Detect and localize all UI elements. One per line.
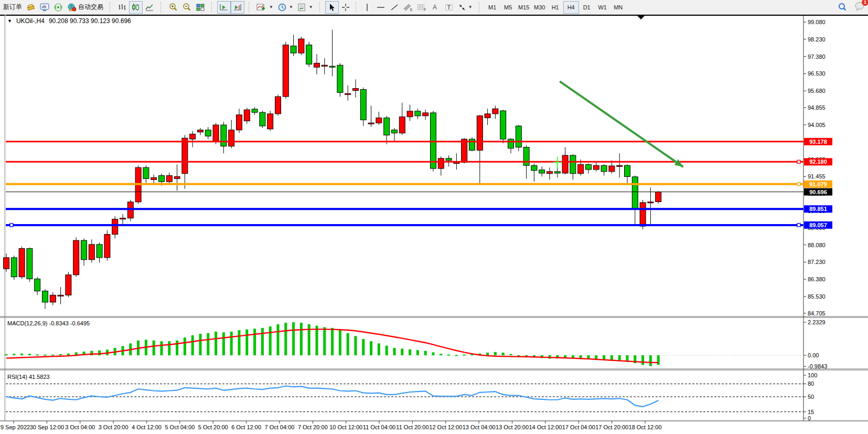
time-tick-label: 5 Oct 20:00 [198, 424, 228, 430]
candle [275, 94, 281, 116]
candle [267, 111, 273, 131]
timeframe-h4[interactable]: H4 [563, 1, 579, 14]
macd-histogram-bar [160, 341, 163, 355]
drawing-tools-group: E F A T ▼ [324, 0, 476, 15]
timeframe-m30[interactable]: M30 [532, 1, 548, 14]
price-tick-label: 94.855 [808, 104, 826, 111]
toolbar-separator [110, 2, 113, 13]
time-tick-label: 17 Oct 20:00 [595, 424, 628, 430]
candle [73, 237, 79, 277]
signals-icon[interactable] [51, 1, 65, 14]
scroll-group [216, 0, 245, 15]
terminal-icon[interactable] [38, 1, 51, 14]
candle [283, 42, 288, 99]
macd-histogram-bar [184, 337, 186, 355]
line-handle[interactable] [797, 160, 800, 163]
macd-histogram-bar [416, 350, 419, 355]
gold-ingot-icon[interactable] [24, 1, 38, 14]
svg-text:T: T [447, 4, 451, 10]
time-tick-label: 5 Oct 04:00 [165, 424, 195, 430]
macd-histogram-bar [98, 351, 101, 355]
price-tag-label: 89.851 [809, 206, 827, 212]
text-label-icon[interactable]: T [442, 1, 456, 14]
rsi-axis-label: 80 [808, 380, 814, 387]
time-tick-label: 29 Sep 2022 [0, 424, 30, 430]
macd-histogram-bar [424, 351, 427, 355]
candlestick-chart-icon[interactable] [129, 1, 143, 14]
timeframe-m5[interactable]: M5 [500, 1, 516, 14]
time-tick-label: 13 Oct 04:00 [463, 424, 496, 430]
auto-scroll-icon[interactable] [217, 1, 231, 14]
insert-group: ▼ ▼ ▼ [253, 0, 316, 15]
chart-shift-icon[interactable] [231, 1, 244, 14]
indicators-icon[interactable]: ▼ [254, 1, 275, 14]
autotrading-button[interactable]: 自动交易 [65, 1, 105, 14]
macd-histogram-bar [347, 333, 349, 355]
price-tick-label: 98.230 [808, 36, 826, 43]
zoom-in-icon[interactable] [166, 1, 180, 14]
macd-histogram-bar [20, 354, 23, 355]
bar-chart-icon[interactable] [115, 1, 129, 14]
periods-icon[interactable]: ▼ [275, 1, 295, 14]
vertical-line-icon[interactable] [360, 1, 374, 14]
notifications-button[interactable]: 1 [854, 2, 865, 13]
price-tick-label: 85.530 [808, 293, 826, 300]
arrows-icon[interactable]: ▼ [456, 1, 475, 14]
line-handle[interactable] [797, 183, 800, 186]
macd-histogram-bar [28, 354, 31, 355]
equidistant-channel-icon[interactable]: E [401, 1, 415, 14]
chart-area[interactable]: 99.08098.23097.38096.53095.68094.85594.0… [0, 15, 868, 434]
text-icon[interactable]: A [428, 1, 442, 14]
price-tick-label: 91.455 [808, 173, 826, 179]
timeframe-h1[interactable]: H1 [548, 1, 563, 14]
time-tick-label: 3 Oct 20:00 [99, 424, 128, 430]
macd-histogram-bar [67, 354, 70, 355]
candle [27, 248, 33, 282]
fibonacci-icon[interactable]: F [415, 1, 428, 14]
templates-icon[interactable]: ▼ [295, 1, 315, 14]
horizontal-line-icon[interactable] [374, 1, 388, 14]
macd-axis-label: -0.9843 [808, 363, 827, 369]
toolbar-separator [249, 2, 252, 13]
price-tick-label: 97.380 [808, 54, 826, 60]
trendline-icon[interactable] [388, 1, 401, 14]
macd-histogram-bar [355, 336, 357, 355]
crosshair-icon[interactable] [339, 1, 352, 14]
time-tick-label: 10 Oct 12:00 [329, 424, 362, 430]
line-chart-icon[interactable] [143, 1, 156, 14]
chart-symbol-period: UKOil-,H4 [16, 17, 45, 25]
macd-histogram-bar [51, 355, 54, 356]
time-tick-label: 13 Oct 20:00 [496, 424, 529, 430]
macd-axis-label: 0.00 [808, 352, 819, 358]
macd-histogram-bar [649, 355, 652, 366]
toolbar-separator [319, 2, 323, 13]
new-order-button[interactable]: 新订单 [1, 1, 24, 14]
macd-histogram-bar [393, 348, 396, 355]
timeframe-d1[interactable]: D1 [579, 1, 595, 14]
timeframe-m15[interactable]: M15 [516, 1, 532, 14]
line-handle[interactable] [797, 224, 800, 227]
timeframe-m1[interactable]: M1 [485, 1, 500, 14]
search-icon[interactable] [835, 1, 849, 14]
zoom-out-icon[interactable] [180, 1, 194, 14]
macd-histogram-bar [440, 354, 442, 355]
window-menu-icon[interactable]: ▼ [7, 18, 12, 24]
timeframe-w1[interactable]: W1 [595, 1, 610, 14]
dropdown-caret: ▼ [468, 5, 473, 9]
toolbar-separator [479, 2, 482, 13]
timeframe-mn[interactable]: MN [610, 1, 626, 14]
time-tick-label: 6 Oct 12:00 [231, 424, 261, 430]
cursor-icon[interactable] [325, 1, 339, 14]
macd-histogram-bar [44, 355, 47, 356]
dropdown-caret: ▼ [289, 5, 293, 9]
macd-histogram-bar [269, 326, 272, 355]
candle [469, 137, 475, 151]
chart-canvas[interactable]: 99.08098.23097.38096.53095.68094.85594.0… [0, 15, 868, 434]
line-handle[interactable] [10, 224, 13, 227]
macd-histogram-bar [238, 330, 241, 355]
tile-windows-icon[interactable] [194, 1, 207, 14]
candle [656, 191, 661, 204]
macd-histogram-bar [370, 341, 372, 355]
candle [500, 110, 506, 143]
candle [298, 37, 304, 55]
